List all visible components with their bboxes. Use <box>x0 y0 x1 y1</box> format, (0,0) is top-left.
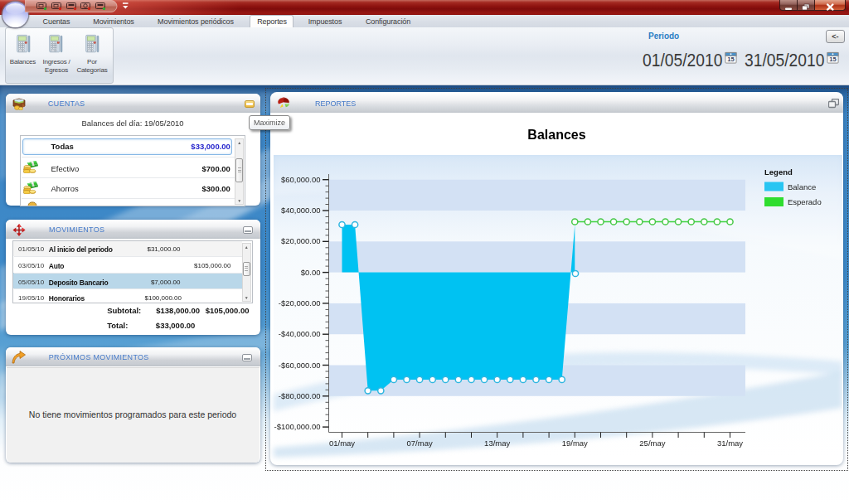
svg-text:07/may: 07/may <box>407 439 433 448</box>
svg-text:-$100,000.00: -$100,000.00 <box>274 422 321 431</box>
svg-text:$20,000.00: $20,000.00 <box>281 236 321 245</box>
svg-text:Balance: Balance <box>788 182 816 191</box>
svg-text:01/may: 01/may <box>329 439 355 448</box>
svg-text:-$80,000.00: -$80,000.00 <box>279 391 321 400</box>
svg-text:Esperado: Esperado <box>788 197 822 206</box>
svg-text:31/may: 31/may <box>717 439 743 448</box>
svg-text:-$20,000.00: -$20,000.00 <box>279 298 321 308</box>
svg-text:25/may: 25/may <box>639 439 665 448</box>
svg-text:19/may: 19/may <box>562 439 588 448</box>
svg-text:-$40,000.00: -$40,000.00 <box>279 329 321 338</box>
svg-text:Legend: Legend <box>764 167 793 177</box>
svg-text:-$60,000.00: -$60,000.00 <box>279 361 321 370</box>
svg-text:$60,000.00: $60,000.00 <box>281 175 321 184</box>
svg-text:$0.00: $0.00 <box>301 268 321 277</box>
svg-text:13/may: 13/may <box>484 439 510 448</box>
svg-text:$40,000.00: $40,000.00 <box>281 206 321 215</box>
